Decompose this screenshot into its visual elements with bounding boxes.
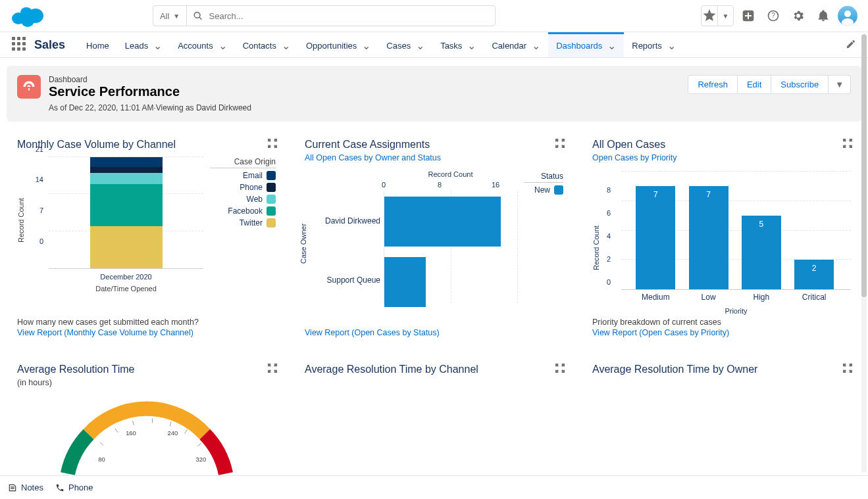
card-description: Priority breakdown of current cases bbox=[592, 318, 851, 327]
chevron-down-icon[interactable]: ⌄ bbox=[607, 43, 616, 49]
y-category: David Dirkweed bbox=[305, 216, 380, 226]
legend-item-label: Web bbox=[247, 195, 263, 204]
header-action-buttons: Refresh Edit Subscribe ▼ bbox=[688, 75, 851, 94]
caret-down-icon[interactable]: ▼ bbox=[717, 6, 733, 26]
nav-tab-accounts[interactable]: Accounts⌄ bbox=[170, 32, 234, 57]
bar-value: 7 bbox=[636, 190, 675, 199]
y-tick: 0 bbox=[607, 278, 611, 286]
favorites-group[interactable]: ▼ bbox=[701, 5, 734, 26]
hbar-david bbox=[384, 197, 501, 247]
legend-swatch bbox=[267, 171, 276, 180]
utility-phone[interactable]: Phone bbox=[55, 483, 93, 492]
dashboard-grid: Monthly Case Volume by Channel Record Co… bbox=[7, 130, 861, 488]
chevron-down-icon[interactable]: ⌄ bbox=[218, 43, 227, 49]
legend-item: Twitter bbox=[210, 218, 276, 227]
notes-icon bbox=[8, 483, 17, 492]
x-category: Medium bbox=[642, 293, 670, 302]
bar-seg-twitter bbox=[90, 226, 163, 268]
nav-tab-cases[interactable]: Cases⌄ bbox=[378, 32, 432, 57]
expand-icon[interactable] bbox=[555, 364, 565, 373]
view-report-link[interactable]: View Report (Monthly Case Volume by Chan… bbox=[17, 328, 276, 337]
chevron-down-icon[interactable]: ⌄ bbox=[532, 43, 540, 49]
svg-line-11 bbox=[115, 429, 118, 433]
card-monthly-case-volume: Monthly Case Volume by Channel Record Co… bbox=[7, 130, 286, 346]
nav-tab-home[interactable]: Home bbox=[78, 32, 117, 57]
card-avg-resolution-time-by-owner: Average Resolution Time by Owner bbox=[582, 354, 861, 488]
nav-tab-label: Dashboards bbox=[556, 41, 602, 51]
chevron-down-icon[interactable]: ⌄ bbox=[153, 43, 162, 49]
vertical-scrollbar[interactable] bbox=[861, 34, 867, 473]
svg-point-8 bbox=[842, 18, 854, 26]
y-tick: 2 bbox=[607, 255, 611, 263]
chevron-down-icon[interactable]: ⌄ bbox=[282, 43, 290, 49]
y-tick: 14 bbox=[36, 176, 43, 183]
refresh-button[interactable]: Refresh bbox=[688, 75, 738, 94]
notifications-bell-icon[interactable] bbox=[813, 5, 834, 26]
y-tick: 0 bbox=[39, 237, 43, 245]
expand-icon[interactable] bbox=[268, 139, 277, 148]
nav-tab-dashboards[interactable]: Dashboards⌄ bbox=[548, 32, 624, 57]
subscribe-button[interactable]: Subscribe bbox=[771, 75, 829, 94]
stacked-bar-chart: Record Count 0 7 14 21 bbox=[17, 157, 203, 289]
nav-tab-calendar[interactable]: Calendar⌄ bbox=[484, 32, 548, 57]
search-scope-dropdown[interactable]: All ▼ bbox=[153, 5, 186, 26]
add-icon[interactable] bbox=[738, 5, 759, 26]
card-title: Current Case Assignments bbox=[305, 139, 563, 151]
view-report-link[interactable]: View Report (Open Cases by Priority) bbox=[592, 328, 851, 337]
x-tick: 16 bbox=[492, 181, 499, 189]
svg-line-16 bbox=[197, 443, 201, 446]
nav-tab-opportunities[interactable]: Opportunities⌄ bbox=[298, 32, 378, 57]
setup-gear-icon[interactable] bbox=[788, 5, 809, 26]
legend-item-label: Twitter bbox=[240, 218, 263, 227]
user-avatar[interactable] bbox=[838, 6, 857, 26]
help-icon[interactable]: ? bbox=[763, 5, 784, 26]
expand-icon[interactable] bbox=[555, 139, 565, 148]
chevron-down-icon[interactable]: ⌄ bbox=[667, 43, 676, 49]
legend-item: Facebook bbox=[210, 206, 276, 216]
nav-tab-reports[interactable]: Reports⌄ bbox=[624, 32, 684, 57]
app-launcher-icon[interactable] bbox=[12, 37, 28, 53]
expand-icon[interactable] bbox=[843, 364, 852, 373]
utility-notes[interactable]: Notes bbox=[8, 483, 43, 492]
chevron-down-icon[interactable]: ⌄ bbox=[362, 43, 370, 49]
gauge-tick: 160 bbox=[126, 429, 136, 437]
expand-icon[interactable] bbox=[268, 364, 277, 373]
nav-tab-tasks[interactable]: Tasks⌄ bbox=[432, 32, 484, 57]
nav-tab-label: Accounts bbox=[178, 41, 213, 51]
chevron-down-icon[interactable]: ⌄ bbox=[416, 43, 424, 49]
star-icon[interactable] bbox=[702, 6, 717, 26]
more-actions-dropdown[interactable]: ▼ bbox=[829, 75, 851, 94]
nav-tab-label: Home bbox=[86, 41, 109, 51]
app-nav: Sales HomeLeads⌄Accounts⌄Contacts⌄Opport… bbox=[0, 32, 868, 58]
nav-tab-contacts[interactable]: Contacts⌄ bbox=[235, 32, 298, 57]
expand-icon[interactable] bbox=[843, 139, 852, 148]
card-title: Monthly Case Volume by Channel bbox=[17, 139, 276, 151]
edit-nav-pencil-icon[interactable] bbox=[839, 39, 863, 51]
x-axis-label: Date/Time Opened bbox=[49, 285, 203, 293]
card-description: How many new cases get submitted each mo… bbox=[17, 318, 276, 327]
y-tick: 6 bbox=[607, 209, 611, 217]
legend-swatch bbox=[267, 218, 276, 227]
svg-line-12 bbox=[132, 421, 134, 425]
search-box[interactable] bbox=[186, 5, 496, 26]
legend: Case Origin EmailPhoneWebFacebookTwitter bbox=[210, 157, 276, 289]
chevron-down-icon[interactable]: ⌄ bbox=[467, 43, 476, 49]
horizontal-bar-chart: Case Owner Record Count 0 8 16 David Dir… bbox=[305, 172, 517, 303]
nav-tab-leads[interactable]: Leads⌄ bbox=[117, 32, 170, 57]
nav-items: HomeLeads⌄Accounts⌄Contacts⌄Opportunitie… bbox=[78, 32, 684, 57]
nav-tab-label: Cases bbox=[386, 41, 411, 51]
edit-button[interactable]: Edit bbox=[738, 75, 771, 94]
object-type-label: Dashboard bbox=[49, 75, 251, 84]
x-category: Low bbox=[702, 293, 716, 302]
legend-swatch bbox=[554, 185, 563, 195]
view-report-link[interactable]: View Report (Open Cases by Status) bbox=[305, 328, 563, 337]
svg-line-15 bbox=[184, 430, 187, 434]
phone-icon bbox=[55, 483, 64, 492]
vbar-medium: 7 bbox=[636, 186, 675, 289]
bar-value: 2 bbox=[794, 264, 834, 273]
x-category: December 2020 bbox=[49, 273, 203, 281]
legend-item-label: Facebook bbox=[228, 206, 263, 216]
nav-tab-label: Tasks bbox=[440, 41, 462, 51]
bar-value: 5 bbox=[742, 220, 781, 229]
search-input[interactable] bbox=[209, 11, 489, 21]
